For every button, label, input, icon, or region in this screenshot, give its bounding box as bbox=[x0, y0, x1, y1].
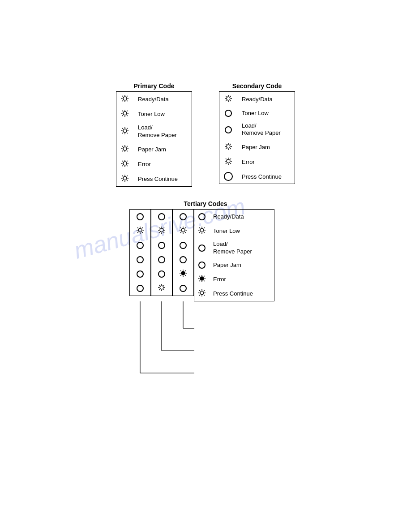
table-row bbox=[130, 238, 150, 253]
svg-line-43 bbox=[127, 161, 128, 162]
sun-icon bbox=[121, 112, 129, 119]
icon-cell bbox=[219, 107, 237, 120]
row-label: Load/Remove Paper bbox=[210, 238, 274, 258]
svg-line-14 bbox=[122, 111, 123, 112]
svg-line-77 bbox=[226, 159, 227, 159]
table-row bbox=[130, 224, 150, 238]
table-row: Toner Low bbox=[116, 107, 192, 121]
icon-cell bbox=[116, 92, 133, 107]
tertiary-legend: Ready/Data bbox=[194, 209, 274, 301]
svg-line-134 bbox=[199, 232, 200, 233]
svg-point-108 bbox=[181, 228, 185, 232]
svg-line-132 bbox=[204, 232, 205, 233]
table-row: Toner Low bbox=[194, 224, 274, 238]
table-row bbox=[173, 253, 193, 267]
svg-line-143 bbox=[199, 280, 200, 281]
row-label: Ready/Data bbox=[133, 92, 192, 107]
tertiary-wrapper: Tertiary Codes bbox=[129, 200, 282, 391]
svg-point-117 bbox=[181, 271, 185, 275]
svg-line-124 bbox=[185, 270, 186, 271]
svg-point-99 bbox=[160, 286, 163, 289]
icon-cell bbox=[173, 253, 193, 267]
row-label: Press Continue bbox=[210, 287, 274, 301]
table-row: Error bbox=[116, 157, 192, 172]
table-row bbox=[151, 253, 172, 267]
svg-line-69 bbox=[230, 149, 231, 150]
icon-cell bbox=[173, 224, 193, 238]
table-row: Load/Remove Paper bbox=[194, 238, 274, 258]
secondary-code-section: Secondary Code bbox=[219, 81, 295, 187]
sun-icon bbox=[224, 97, 232, 104]
svg-line-152 bbox=[199, 295, 200, 296]
sun-icon bbox=[121, 147, 129, 154]
circle-icon bbox=[225, 126, 232, 133]
svg-line-41 bbox=[122, 161, 123, 162]
row-label: Error bbox=[133, 157, 192, 172]
icon-cell bbox=[151, 253, 172, 267]
svg-line-5 bbox=[122, 96, 123, 97]
svg-line-68 bbox=[226, 144, 227, 145]
svg-point-135 bbox=[200, 277, 204, 280]
table-row: Press Continue bbox=[219, 169, 295, 184]
row-label: Paper Jam bbox=[210, 258, 274, 272]
icon-cell bbox=[173, 238, 193, 253]
row-label: Ready/Data bbox=[210, 210, 274, 224]
svg-line-44 bbox=[122, 165, 123, 166]
circle-icon bbox=[158, 242, 165, 249]
icon-cell bbox=[194, 210, 210, 224]
icon-cell bbox=[194, 272, 210, 287]
svg-line-24 bbox=[127, 133, 128, 134]
svg-line-71 bbox=[226, 149, 227, 150]
svg-line-50 bbox=[122, 176, 123, 176]
sun-icon bbox=[224, 160, 232, 167]
icon-cell bbox=[116, 142, 133, 157]
sun-icon bbox=[224, 145, 232, 152]
circle-icon bbox=[137, 270, 144, 278]
circle-icon bbox=[180, 256, 187, 263]
tertiary-title: Tertiary Codes bbox=[129, 200, 282, 207]
icon-cell bbox=[130, 210, 150, 224]
icon-cell bbox=[130, 253, 150, 267]
svg-point-54 bbox=[227, 97, 230, 100]
row-label: Ready/Data bbox=[237, 92, 295, 107]
svg-line-104 bbox=[159, 285, 160, 286]
circle-icon bbox=[225, 110, 232, 117]
svg-point-81 bbox=[138, 228, 142, 232]
primary-code-table: Ready/Data bbox=[116, 91, 192, 187]
svg-line-8 bbox=[122, 100, 123, 101]
svg-line-60 bbox=[230, 100, 231, 101]
sun-icon bbox=[198, 226, 206, 234]
svg-line-16 bbox=[127, 111, 128, 112]
icon-cell bbox=[194, 258, 210, 272]
table-row bbox=[130, 267, 150, 281]
table-row: Ready/Data bbox=[194, 210, 274, 224]
svg-line-53 bbox=[122, 180, 123, 181]
page-container: manualsrive.com Primary Code bbox=[0, 0, 411, 532]
svg-point-72 bbox=[227, 159, 230, 163]
table-row bbox=[173, 281, 193, 296]
icon-cell bbox=[151, 210, 172, 224]
icon-cell bbox=[219, 169, 237, 184]
circle-icon bbox=[180, 285, 187, 292]
svg-line-7 bbox=[127, 96, 128, 97]
row-label: Press Continue bbox=[133, 172, 192, 186]
icon-cell bbox=[130, 281, 150, 296]
svg-line-105 bbox=[163, 289, 164, 290]
circle-large-icon bbox=[224, 172, 233, 181]
table-row: Load/Remove Paper bbox=[219, 120, 295, 140]
icon-cell bbox=[151, 267, 172, 281]
circle-icon bbox=[137, 242, 144, 249]
icon-cell bbox=[194, 238, 210, 258]
table-row bbox=[151, 224, 172, 238]
svg-line-35 bbox=[122, 150, 123, 151]
svg-point-9 bbox=[123, 112, 127, 115]
svg-line-141 bbox=[204, 280, 205, 281]
svg-line-133 bbox=[204, 227, 205, 228]
row-label: Paper Jam bbox=[133, 142, 192, 157]
svg-line-140 bbox=[199, 276, 200, 277]
tertiary-section: Tertiary Codes bbox=[9, 200, 402, 391]
table-row bbox=[151, 238, 172, 253]
icon-cell bbox=[130, 267, 150, 281]
row-label: Error bbox=[237, 154, 295, 169]
icon-cell bbox=[194, 224, 210, 238]
